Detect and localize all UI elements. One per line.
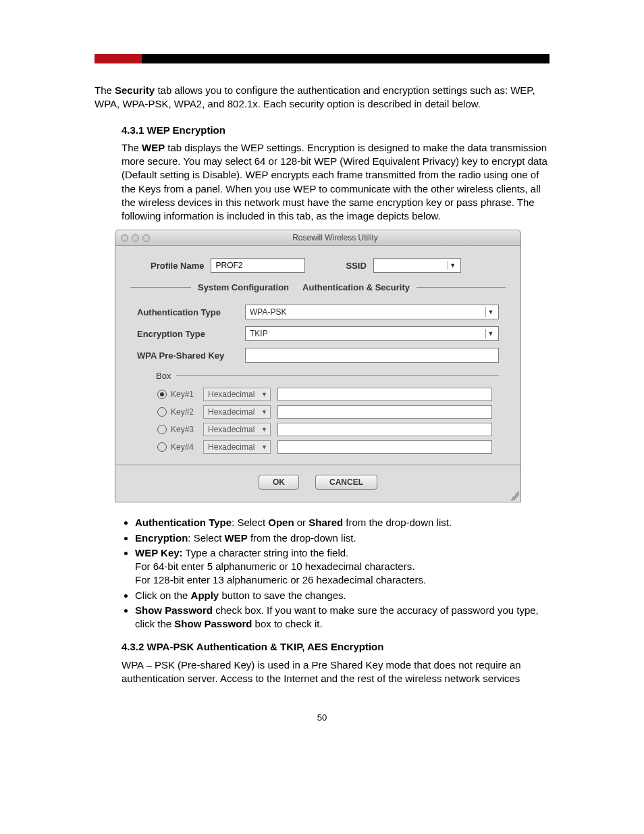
chevron-down-icon: ▼ (261, 391, 267, 398)
text: : Select (232, 517, 268, 528)
chevron-down-icon: ▼ (261, 444, 267, 450)
text-bold: Open (268, 517, 294, 528)
text-bold: Shared (308, 517, 343, 528)
text: tab allows you to configure the authenti… (95, 84, 535, 109)
key4-label: Key#4 (171, 442, 203, 452)
heading-4-3-1: 4.3.1 WEP Encryption (122, 124, 549, 137)
key3-value-input[interactable] (277, 423, 492, 436)
text-bold: Show Password (135, 604, 213, 616)
text-bold: Encryption (135, 532, 188, 544)
box-label: Box (151, 371, 176, 381)
list-item: Encryption: Select WEP from the drop-dow… (135, 531, 549, 545)
minimize-icon[interactable] (132, 234, 139, 242)
text: The (122, 142, 142, 153)
instruction-list: Authentication Type: Select Open or Shar… (95, 516, 549, 631)
key2-format: Hexadecimal (208, 407, 254, 417)
key-row-4: Key#4 Hexadecimal▼ (157, 440, 492, 454)
text: from the drop-down list. (343, 517, 452, 528)
encryption-type-dropdown[interactable]: TKIP ▼ (245, 326, 499, 341)
text: box to check it. (252, 618, 322, 629)
authentication-type-value: WPA-PSK (250, 307, 286, 317)
ssid-label: SSID (346, 261, 366, 271)
text: from the drop-down list. (248, 532, 356, 544)
tab-system-configuration[interactable]: System Configuration (191, 282, 296, 292)
window-titlebar[interactable]: Rosewill Wireless Utility (115, 230, 520, 246)
key1-label: Key#1 (171, 390, 203, 399)
key1-value-input[interactable] (277, 388, 492, 401)
key4-format-dropdown[interactable]: Hexadecimal▼ (203, 440, 271, 454)
text-bold: WEP Key: (135, 547, 183, 558)
header-bar (95, 54, 549, 63)
key2-value-input[interactable] (277, 405, 492, 419)
profile-name-input[interactable] (211, 258, 305, 273)
resize-handle-icon[interactable] (510, 491, 519, 500)
page-number: 50 (95, 712, 549, 723)
text: For 128-bit enter 13 alphanumeric or 26 … (135, 574, 426, 585)
chevron-down-icon: ▼ (261, 409, 267, 415)
key-row-1: Key#1 Hexadecimal▼ (157, 388, 492, 401)
text: Click on the (135, 590, 191, 601)
key3-format-dropdown[interactable]: Hexadecimal▼ (203, 423, 271, 436)
key3-label: Key#3 (171, 425, 203, 434)
text: tab displays the WEP settings. Encryptio… (122, 142, 547, 221)
text: For 64-bit enter 5 alphanumeric or 10 he… (135, 561, 414, 572)
chevron-down-icon: ▼ (485, 329, 495, 338)
ok-button[interactable]: OK (259, 475, 299, 490)
text: : Select (188, 532, 224, 544)
chevron-down-icon: ▼ (448, 261, 458, 270)
profile-name-label: Profile Name (151, 261, 204, 271)
key4-value-input[interactable] (277, 440, 492, 454)
window-title: Rosewill Wireless Utility (155, 233, 515, 242)
ssid-dropdown[interactable]: ▼ (373, 258, 461, 273)
wireless-utility-window: Rosewill Wireless Utility Profile Name S… (115, 230, 521, 502)
intro-paragraph: The Security tab allows you to configure… (95, 84, 549, 111)
encryption-type-value: TKIP (250, 329, 268, 338)
text-bold: Apply (191, 590, 219, 601)
divider (417, 287, 506, 288)
psk-label: WPA Pre-Shared Key (137, 350, 238, 361)
key2-format-dropdown[interactable]: Hexadecimal▼ (203, 405, 271, 419)
text-bold: Show Password (174, 618, 252, 629)
text: The (95, 84, 115, 96)
list-item: Authentication Type: Select Open or Shar… (135, 516, 549, 529)
tab-authentication-security[interactable]: Authentication & Security (296, 282, 417, 292)
heading-4-3-2: 4.3.2 WPA-PSK Authentication & TKIP, AES… (122, 640, 549, 654)
authentication-type-label: Authentication Type (137, 307, 238, 317)
key2-radio[interactable] (157, 407, 167, 417)
encryption-type-label: Encryption Type (137, 329, 238, 339)
chevron-down-icon: ▼ (261, 426, 267, 433)
wep-paragraph: The WEP tab displays the WEP settings. E… (122, 141, 549, 224)
divider (176, 375, 499, 376)
text: or (294, 517, 309, 528)
list-item: Show Password check box. If you want to … (135, 604, 549, 631)
close-icon[interactable] (121, 234, 128, 242)
key-row-3: Key#3 Hexadecimal▼ (157, 423, 492, 436)
authentication-type-dropdown[interactable]: WPA-PSK ▼ (245, 305, 499, 319)
list-item: WEP Key: Type a character string into th… (135, 546, 549, 588)
divider (130, 287, 191, 288)
key3-radio[interactable] (157, 425, 167, 434)
key2-label: Key#2 (171, 407, 203, 417)
key1-format: Hexadecimal (208, 390, 254, 399)
chevron-down-icon: ▼ (485, 307, 495, 317)
text-bold: WEP (142, 142, 165, 153)
divider (115, 465, 520, 465)
key1-radio[interactable] (157, 390, 167, 399)
text-bold: Security (115, 84, 155, 96)
window-controls[interactable] (121, 234, 150, 242)
list-item: Click on the Apply button to save the ch… (135, 589, 549, 602)
text-bold: Authentication Type (135, 517, 232, 528)
wpapsk-paragraph: WPA – PSK (Pre-shared Key) is used in a … (122, 658, 549, 686)
zoom-icon[interactable] (142, 234, 150, 242)
key4-radio[interactable] (157, 442, 167, 452)
cancel-button[interactable]: CANCEL (315, 475, 377, 490)
text: button to save the changes. (219, 590, 346, 601)
key3-format: Hexadecimal (208, 425, 254, 434)
key4-format: Hexadecimal (208, 442, 254, 452)
key-row-2: Key#2 Hexadecimal▼ (157, 405, 492, 419)
text-bold: WEP (225, 532, 248, 544)
psk-input[interactable] (245, 348, 499, 363)
key1-format-dropdown[interactable]: Hexadecimal▼ (203, 388, 271, 401)
text: Type a character string into the field. (183, 547, 349, 558)
